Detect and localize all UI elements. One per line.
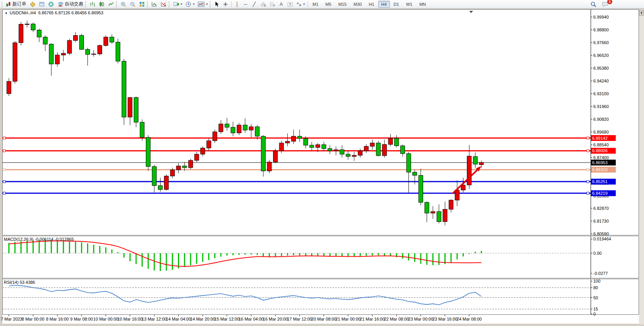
text-icon: A [280, 2, 283, 7]
hline-handle[interactable] [587, 149, 589, 152]
label-icon: T [287, 2, 293, 7]
time-label: 15 Mar 12:00 [214, 317, 239, 321]
time-label: 8 Mar 00:00 [22, 317, 44, 321]
arrows-tool-button[interactable]: ▾ [295, 0, 306, 8]
time-label: 10 Mar 16:00 [118, 317, 143, 321]
timeframe-mn-button[interactable]: MN [416, 1, 429, 8]
time-label: 21 Mar 00:00 [335, 317, 360, 321]
text-tool-button[interactable]: A [277, 0, 285, 8]
zoom-in-button[interactable] [119, 0, 128, 8]
autotrading-button[interactable]: 自动交易 [56, 0, 85, 8]
price-tick-label: 6.90820 [593, 117, 609, 122]
tile-windows-button[interactable] [137, 0, 147, 8]
macd-tick-label: -0.0277 [593, 271, 608, 276]
timeframe-m5-button[interactable]: M5 [322, 1, 334, 8]
hline-handle[interactable] [3, 149, 5, 152]
channel-tool-button[interactable]: E [258, 0, 268, 8]
timeframe-m30-button[interactable]: M30 [350, 1, 365, 8]
add-indicator-icon [173, 1, 179, 7]
price-badge-6.84219: 6.84219 [591, 190, 616, 196]
candle [188, 159, 193, 169]
hline-handle[interactable] [3, 180, 5, 183]
hline-handle[interactable] [587, 192, 589, 194]
dropdown-caret: ▾ [193, 2, 195, 6]
bar-chart-icon [89, 1, 96, 7]
timeframe-w1-button[interactable]: W1 [403, 1, 416, 8]
toolbar-grip [210, 1, 211, 7]
price-tick-label: 6.99940 [593, 15, 609, 19]
hline-handle[interactable] [3, 137, 5, 139]
search-button[interactable] [589, 0, 598, 8]
template-button[interactable]: ▾ [196, 0, 209, 8]
indicator-up-icon [151, 1, 157, 7]
trendline-icon: ╱ [253, 2, 255, 7]
hline-handle[interactable] [3, 192, 5, 194]
market-watch-button[interactable] [28, 0, 37, 8]
data-window-icon [39, 1, 45, 7]
candlestick-icon [99, 1, 105, 7]
horizontal-line-icon: ─ [244, 2, 248, 7]
toolbar-grip [2, 1, 3, 7]
cursor-tool-button[interactable] [212, 0, 221, 8]
price-tick-label: 6.96520 [593, 53, 609, 58]
chat-button[interactable]: 1 [600, 0, 610, 8]
chart-canvas[interactable]: 6.999406.988006.976606.965206.953806.942… [0, 0, 644, 326]
timeframe-m15-button[interactable]: M15 [335, 1, 350, 8]
time-label: 14 Mar 20:00 [190, 317, 215, 321]
autotrading-label: 自动交易 [65, 1, 83, 7]
navigator-button[interactable] [46, 0, 56, 8]
panel-collapse-button[interactable] [639, 10, 644, 15]
navigator-icon [48, 1, 54, 7]
vertical-line-icon: │ [236, 2, 239, 7]
rsi-tick-label: 100 [593, 279, 600, 283]
timeframe-h4-button[interactable]: H4 [378, 1, 390, 8]
time-label: 9 Mar 08:00 [70, 317, 93, 321]
rsi-tick-label: 15 [593, 307, 598, 311]
hline-handle[interactable] [3, 168, 5, 171]
indicator-window-button[interactable] [159, 0, 168, 8]
template-icon [198, 1, 205, 7]
bar-chart-button[interactable] [88, 0, 97, 8]
candle [146, 135, 150, 171]
period-button[interactable]: ▾ [184, 0, 196, 8]
price-tick-label: 6.82870 [593, 206, 609, 211]
line-chart-icon [108, 1, 114, 7]
timeframe-d1-button[interactable]: D1 [391, 1, 402, 8]
svg-text:6.84219: 6.84219 [592, 191, 608, 196]
zoom-out-icon [130, 1, 136, 7]
trendline-tool-button[interactable]: ╱ [250, 0, 258, 8]
toolbar-grip [169, 1, 170, 7]
price-tick-label: 6.89680 [593, 130, 609, 134]
timeframe-h1-button[interactable]: H1 [366, 1, 377, 8]
vertical-line-tool-button[interactable]: │ [233, 0, 241, 8]
add-indicator-button[interactable]: ▾ [171, 0, 184, 8]
rsi-name: RSI(14) [4, 280, 19, 285]
crosshair-tool-button[interactable] [221, 0, 230, 8]
horizontal-line-tool-button[interactable]: ─ [241, 0, 250, 8]
timeframe-m1-button[interactable]: M1 [309, 1, 321, 8]
price-tick-label: 6.91960 [593, 104, 609, 109]
time-label: 23 Mar 00:00 [408, 317, 433, 321]
svg-text:E: E [264, 4, 266, 7]
data-window-button[interactable] [37, 0, 46, 8]
zoom-out-button[interactable] [128, 0, 137, 8]
label-tool-button[interactable]: T [285, 0, 295, 8]
candle [261, 135, 265, 177]
fibonacci-tool-button[interactable]: F [268, 0, 277, 8]
svg-text:6.86319: 6.86319 [592, 167, 608, 172]
price-tick-label: 6.80590 [593, 232, 609, 236]
indicator-list-button[interactable] [150, 0, 159, 8]
time-label: 22 Mar 08:00 [384, 317, 409, 321]
time-label: 8 Mar 16:00 [46, 317, 69, 321]
chart-menu-caret[interactable]: ▼ [5, 12, 8, 15]
line-chart-button[interactable] [106, 0, 116, 8]
chart-symbol: USDCNH-,H4 [10, 10, 36, 15]
hline-handle[interactable] [587, 168, 589, 171]
hline-handle[interactable] [587, 137, 589, 139]
macd-signal-value: -0.012865 [55, 237, 74, 242]
rsi-value: 53.4386 [20, 280, 35, 285]
new-order-button[interactable]: 新订单 [4, 0, 28, 8]
toolbar-grip [147, 1, 149, 7]
hline-handle[interactable] [587, 180, 589, 183]
candlestick-button[interactable] [97, 0, 106, 8]
